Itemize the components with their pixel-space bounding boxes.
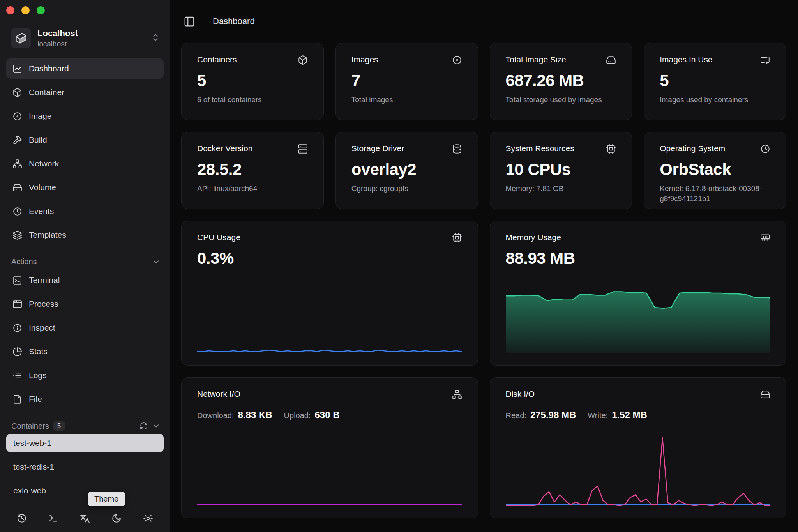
stat-card-containers: Containers 5 6 of total containers — [181, 43, 324, 120]
main-header: Dashboard — [170, 0, 798, 43]
action-item-label: Logs — [29, 371, 47, 380]
dashboard-content: Containers 5 6 of total containers Image… — [170, 43, 798, 528]
host-selector[interactable]: Localhost localhost — [0, 28, 170, 48]
stat-value: 10 CPUs — [506, 160, 616, 179]
sidebar-item-templates[interactable]: Templates — [6, 225, 164, 245]
action-item-logs[interactable]: Logs — [6, 365, 164, 385]
action-item-stats[interactable]: Stats — [6, 341, 164, 362]
disk-io-card: Disk I/O Read: 275.98 MB Write: 1.52 MB — [490, 377, 787, 518]
cpu-icon — [452, 233, 462, 243]
card-title: Total Image Size — [506, 55, 566, 64]
list-icon — [12, 371, 22, 380]
hard-drive-icon — [12, 183, 22, 193]
chevron-down-icon[interactable] — [152, 258, 161, 266]
stat-card-docker-version: Docker Version 28.5.2 API: linux/aarch64 — [181, 132, 324, 209]
stat-card-images: Images 7 Total images — [335, 43, 478, 120]
stat-subtitle: Total storage used by images — [506, 95, 616, 105]
action-item-inspect[interactable]: Inspect — [6, 318, 164, 338]
stat-card-images-in-use: Images In Use 5 Images used by container… — [644, 43, 786, 120]
languages-icon — [80, 513, 90, 523]
sidebar-item-volume[interactable]: Volume — [6, 177, 164, 198]
action-item-label: Inspect — [29, 323, 55, 332]
sidebar-item-container[interactable]: Container — [6, 82, 164, 103]
sidebar-item-events[interactable]: Events — [6, 201, 164, 221]
file-icon — [12, 394, 22, 404]
history-button[interactable] — [17, 513, 27, 523]
refresh-containers-button[interactable] — [139, 422, 148, 430]
chevrons-up-down-icon — [151, 33, 160, 43]
action-item-label: Stats — [29, 347, 48, 356]
stat-subtitle: Kernel: 6.17.8-orbstack-00308-g8f9c94112… — [660, 184, 770, 203]
sidebar-item-network[interactable]: Network — [6, 154, 164, 174]
settings-button[interactable] — [143, 513, 153, 523]
stat-subtitle: Memory: 7.81 GB — [506, 184, 616, 194]
sidebar-item-build[interactable]: Build — [6, 130, 164, 150]
card-title: Operating System — [660, 144, 725, 153]
sidebar-item-label: Volume — [29, 183, 56, 192]
sidebar-item-label: Network — [29, 159, 59, 168]
page-title: Dashboard — [213, 16, 255, 27]
host-text: Localhost localhost — [37, 28, 78, 48]
sidebar-toolbar — [0, 505, 170, 532]
terminal-button[interactable] — [48, 513, 58, 523]
info-icon — [12, 323, 22, 333]
action-item-label: Terminal — [29, 276, 60, 285]
cpu-icon — [606, 144, 616, 154]
card-title: Containers — [197, 55, 237, 64]
action-item-terminal[interactable]: Terminal — [6, 270, 164, 290]
card-title: Disk I/O — [506, 389, 535, 399]
actions-nav: Terminal Process Inspect Stats Logs File — [0, 270, 170, 413]
clock-icon — [760, 144, 770, 154]
read-value: 275.98 MB — [530, 410, 576, 421]
minimize-window-button[interactable] — [21, 6, 30, 14]
action-item-process[interactable]: Process — [6, 294, 164, 314]
app-window: Localhost localhost Dashboard Container … — [0, 0, 798, 532]
card-title: Images In Use — [660, 55, 712, 64]
memory-usage-value: 88.93 MB — [506, 249, 771, 268]
stat-card-grid: Containers 5 6 of total containers Image… — [181, 43, 786, 209]
memory-usage-card: Memory Usage 88.93 MB — [490, 221, 787, 366]
container-item-test-web-1[interactable]: test-web-1 — [6, 434, 164, 452]
sidebar-item-label: Container — [29, 88, 64, 97]
container-item-exlo-web[interactable]: exlo-web — [6, 481, 164, 500]
action-item-file[interactable]: File — [6, 389, 164, 409]
zoom-window-button[interactable] — [37, 6, 45, 14]
theme-toggle-button[interactable] — [111, 513, 122, 523]
stat-value: OrbStack — [660, 160, 770, 179]
container-item-label: test-redis-1 — [13, 462, 54, 472]
gear-icon — [143, 513, 153, 523]
download-value: 8.83 KB — [238, 410, 272, 421]
containers-section-header: Containers 5 — [0, 421, 170, 431]
sidebar-item-label: Templates — [29, 230, 66, 240]
card-title: Memory Usage — [506, 233, 561, 242]
language-button[interactable] — [80, 513, 90, 523]
host-name: Localhost — [37, 28, 78, 39]
stat-subtitle: Cgroup: cgroupfs — [351, 184, 462, 194]
action-item-label: File — [29, 394, 42, 404]
hammer-icon — [12, 135, 22, 145]
sidebar-item-image[interactable]: Image — [6, 106, 164, 126]
sidebar-item-label: Image — [29, 111, 51, 121]
upload-label: Upload: — [284, 411, 311, 420]
disc-icon — [452, 55, 462, 65]
clock-icon — [12, 207, 22, 216]
memory-usage-chart — [506, 285, 771, 353]
chart-line-icon — [12, 64, 22, 74]
container-item-test-redis-1[interactable]: test-redis-1 — [6, 458, 164, 476]
sidebar-item-label: Dashboard — [29, 64, 69, 73]
cpu-usage-chart — [197, 285, 462, 353]
cpu-usage-value: 0.3% — [197, 249, 462, 268]
container-item-label: exlo-web — [13, 486, 46, 495]
layers-icon — [12, 230, 22, 240]
containers-count-badge: 5 — [53, 421, 65, 431]
disk-io-stats: Read: 275.98 MB Write: 1.52 MB — [506, 410, 771, 421]
chevron-down-icon — [152, 422, 161, 430]
refresh-icon — [139, 422, 148, 430]
list-end-icon — [760, 55, 770, 65]
history-icon — [17, 513, 27, 523]
actions-section-header[interactable]: Actions — [0, 257, 170, 266]
containers-collapse-button[interactable] — [152, 422, 161, 430]
close-window-button[interactable] — [6, 6, 14, 14]
sidebar-item-dashboard[interactable]: Dashboard — [6, 58, 164, 79]
toggle-sidebar-button[interactable] — [184, 16, 195, 27]
